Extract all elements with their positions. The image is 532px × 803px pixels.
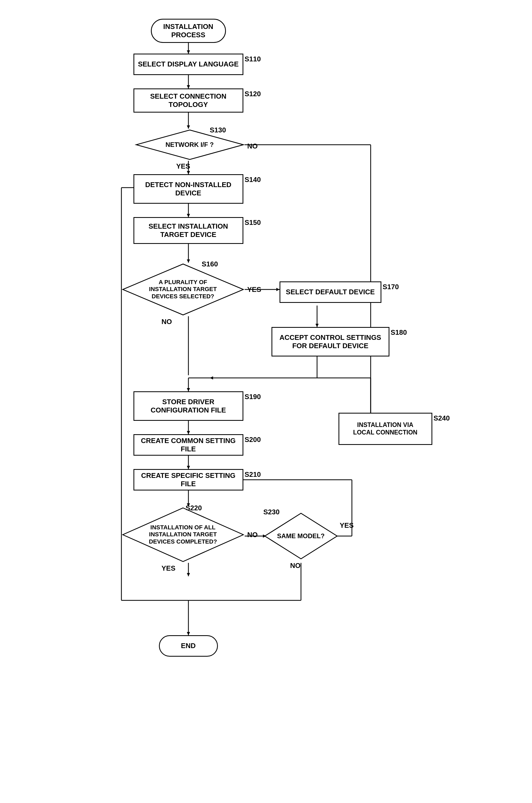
s220-yes-label: YES: [162, 564, 175, 573]
s210-step: S210: [245, 471, 261, 479]
s170-step: S170: [383, 283, 399, 291]
svg-marker-34: [187, 573, 190, 576]
s230-yes-label: YES: [340, 521, 354, 530]
s180-step: S180: [391, 328, 407, 337]
s190-label: STORE DRIVER CONFIGURATION FILE: [151, 398, 226, 414]
start-label: INSTALLATION PROCESS: [163, 22, 213, 39]
s130-diamond: NETWORK I/F ?: [135, 129, 245, 161]
svg-marker-7: [187, 171, 190, 174]
s240-step: S240: [434, 414, 450, 422]
s120-step: S120: [245, 90, 261, 98]
s170-node: SELECT DEFAULT DEVICE: [280, 282, 381, 303]
svg-marker-11: [187, 214, 190, 217]
svg-marker-49: [187, 632, 190, 635]
s160-diamond: A PLURALITY OF INSTALLATION TARGET DEVIC…: [121, 263, 245, 316]
s150-label: SELECT INSTALLATION TARGET DEVICE: [149, 222, 228, 239]
s160-step: S160: [202, 260, 218, 268]
s120-label: SELECT CONNECTION TOPOLOGY: [150, 92, 226, 109]
s220-step: S220: [186, 504, 202, 512]
s140-step: S140: [245, 175, 261, 184]
s240-node: INSTALLATION VIA LOCAL CONNECTION: [339, 413, 432, 445]
s230-diamond: SAME MODEL?: [263, 512, 339, 560]
svg-marker-1: [187, 51, 190, 54]
s130-step: S130: [210, 126, 226, 134]
s190-step: S190: [245, 393, 261, 401]
end-label: END: [181, 642, 196, 650]
s230-label: SAME MODEL?: [271, 532, 331, 540]
s160-label: A PLURALITY OF INSTALLATION TARGET DEVIC…: [137, 279, 229, 300]
s160-no-label: NO: [162, 318, 172, 326]
svg-marker-30: [187, 466, 190, 469]
start-node: INSTALLATION PROCESS: [151, 19, 226, 43]
s160-yes-label: YES: [247, 285, 261, 294]
s150-node: SELECT INSTALLATION TARGET DEVICE: [133, 217, 243, 244]
s230-step: S230: [263, 508, 280, 516]
s110-step: S110: [245, 55, 261, 63]
s200-node: CREATE COMMON SETTING FILE: [133, 434, 243, 456]
end-node: END: [159, 635, 218, 657]
s220-no-label: NO: [247, 531, 258, 539]
s170-label: SELECT DEFAULT DEVICE: [286, 288, 375, 296]
s110-label: SELECT DISPLAY LANGUAGE: [138, 60, 239, 68]
s150-step: S150: [245, 218, 261, 227]
svg-marker-28: [187, 431, 190, 434]
s110-node: SELECT DISPLAY LANGUAGE: [133, 54, 243, 75]
s230-no-label: NO: [290, 561, 301, 570]
s190-node: STORE DRIVER CONFIGURATION FILE: [133, 391, 243, 421]
svg-marker-5: [187, 126, 190, 129]
flowchart-diagram: INSTALLATION PROCESS SELECT DISPLAY LANG…: [105, 11, 427, 788]
s200-step: S200: [245, 436, 261, 444]
s180-node: ACCEPT CONTROL SETTINGS FOR DEFAULT DEVI…: [271, 327, 390, 357]
s210-label: CREATE SPECIFIC SETTING FILE: [134, 472, 243, 488]
s130-yes-label: YES: [176, 162, 190, 170]
s130-label: NETWORK I/F ?: [146, 141, 234, 149]
svg-marker-3: [187, 85, 190, 89]
s210-node: CREATE SPECIFIC SETTING FILE: [133, 469, 243, 491]
s200-label: CREATE COMMON SETTING FILE: [134, 437, 243, 453]
s240-label: INSTALLATION VIA LOCAL CONNECTION: [353, 421, 418, 436]
svg-marker-26: [187, 388, 190, 391]
s140-node: DETECT NON-INSTALLED DEVICE: [133, 174, 243, 204]
s120-node: SELECT CONNECTION TOPOLOGY: [133, 89, 243, 113]
s220-label: INSTALLATION OF ALL INSTALLATION TARGET …: [137, 524, 229, 545]
svg-marker-13: [187, 260, 190, 263]
s220-diamond: INSTALLATION OF ALL INSTALLATION TARGET …: [121, 506, 245, 563]
svg-marker-21: [210, 376, 213, 380]
s130-no-label: NO: [247, 142, 258, 150]
svg-marker-18: [316, 324, 319, 327]
s180-label: ACCEPT CONTROL SETTINGS FOR DEFAULT DEVI…: [280, 333, 381, 350]
s140-label: DETECT NON-INSTALLED DEVICE: [145, 180, 231, 197]
svg-marker-15: [276, 288, 280, 291]
